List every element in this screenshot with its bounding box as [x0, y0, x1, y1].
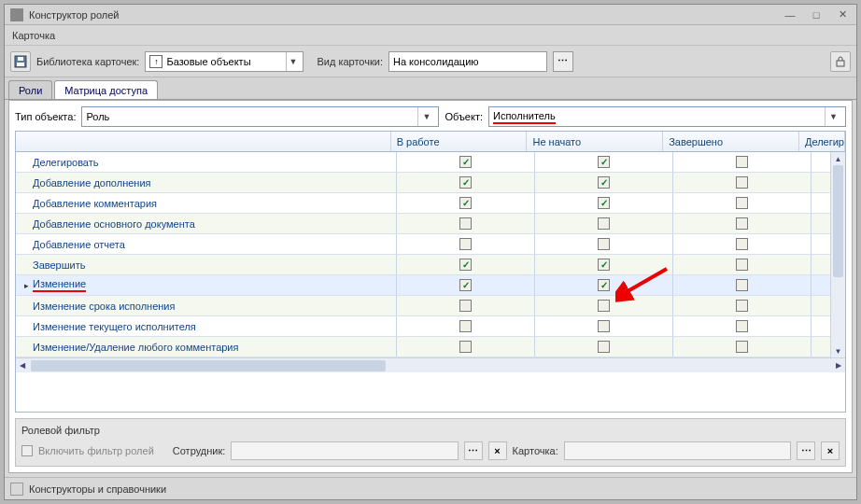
perm-checkbox[interactable] — [736, 279, 748, 291]
table-row[interactable]: Добавление основного документа — [16, 214, 830, 234]
table-row[interactable]: Добавление отчета — [16, 234, 830, 255]
perm-cell — [397, 234, 535, 254]
perm-checkbox[interactable] — [459, 300, 472, 312]
chevron-down-icon[interactable]: ▼ — [286, 52, 299, 71]
perm-cell — [673, 255, 812, 274]
perm-checkbox[interactable] — [736, 320, 748, 332]
perm-cell — [673, 337, 812, 357]
row-pointer-icon: ▸ — [20, 281, 33, 290]
row-name: Изменение срока исполнения — [33, 301, 175, 312]
perm-checkbox[interactable] — [736, 238, 748, 250]
perm-checkbox[interactable] — [598, 300, 610, 312]
minimize-button[interactable]: ― — [782, 8, 798, 21]
library-icon: ↑ — [149, 55, 162, 68]
tab-roles[interactable]: Роли — [8, 80, 52, 99]
perm-checkbox[interactable] — [598, 176, 610, 189]
perm-cell — [535, 275, 673, 295]
row-name-cell: ▸Изменение — [16, 275, 397, 295]
perm-cell — [535, 214, 673, 233]
col-notstarted[interactable]: Не начато — [527, 132, 663, 151]
statusbar-text[interactable]: Конструкторы и справочники — [29, 483, 166, 495]
perm-checkbox[interactable] — [459, 156, 472, 168]
hscroll-thumb[interactable] — [31, 360, 386, 371]
employee-clear-button[interactable]: × — [488, 441, 507, 460]
enable-filter-label: Включить фильтр ролей — [38, 445, 154, 456]
table-row[interactable]: Делегировать — [16, 152, 830, 173]
scroll-right-icon[interactable]: ▶ — [832, 359, 845, 372]
maximize-button[interactable]: □ — [808, 8, 825, 21]
card-clear-button[interactable]: × — [821, 441, 840, 460]
scroll-left-icon[interactable]: ◀ — [16, 359, 29, 372]
perm-checkbox[interactable] — [598, 341, 610, 353]
objtype-label: Тип объекта: — [15, 111, 76, 122]
object-combo[interactable]: Исполнитель ▼ — [488, 106, 846, 127]
table-row[interactable]: Изменение текущего исполнителя — [16, 316, 830, 337]
table-row[interactable]: Изменение/Удаление любого комментария — [16, 337, 830, 357]
perm-cell — [673, 152, 812, 172]
row-name: Изменение — [33, 278, 86, 292]
perm-checkbox[interactable] — [598, 197, 610, 209]
chevron-down-icon[interactable]: ▼ — [417, 107, 434, 126]
horizontal-scrollbar[interactable]: ◀ ▶ — [16, 357, 845, 372]
employee-input[interactable] — [231, 441, 458, 460]
perm-checkbox[interactable] — [736, 197, 748, 209]
save-icon[interactable] — [10, 51, 31, 72]
perm-checkbox[interactable] — [459, 238, 472, 250]
row-name: Завершить — [33, 259, 85, 271]
perm-cell — [673, 214, 812, 233]
row-name-cell: Добавление основного документа — [16, 214, 397, 233]
scroll-thumb[interactable] — [833, 165, 843, 277]
table-row[interactable]: Изменение срока исполнения — [16, 296, 830, 316]
card-input[interactable] — [564, 441, 791, 460]
perm-checkbox[interactable] — [459, 279, 472, 291]
scroll-down-icon[interactable]: ▼ — [831, 344, 845, 357]
perm-cell — [397, 296, 535, 315]
perm-checkbox[interactable] — [459, 217, 472, 230]
enable-filter-checkbox[interactable] — [21, 445, 33, 456]
perm-cell — [535, 255, 673, 274]
table-row[interactable]: ▸Изменение — [16, 275, 830, 296]
vertical-scrollbar[interactable]: ▲ ▼ — [830, 152, 845, 357]
perm-checkbox[interactable] — [736, 300, 748, 312]
perm-checkbox[interactable] — [736, 156, 748, 168]
perm-checkbox[interactable] — [459, 176, 472, 189]
role-filter-panel: Ролевой фильтр Включить фильтр ролей Сот… — [15, 418, 846, 467]
card-browse-button[interactable]: ⋯ — [797, 441, 815, 460]
perm-checkbox[interactable] — [459, 320, 472, 332]
col-inprogress[interactable]: В работе — [391, 132, 528, 151]
table-row[interactable]: Добавление комментария — [16, 193, 830, 214]
col-delegated[interactable]: Делегир — [799, 132, 845, 151]
lock-icon[interactable] — [830, 51, 851, 72]
cardtype-browse-button[interactable]: ⋯ — [553, 51, 573, 72]
perm-checkbox[interactable] — [736, 217, 748, 230]
perm-checkbox[interactable] — [598, 279, 610, 291]
close-button[interactable]: ✕ — [834, 8, 851, 21]
objtype-combo[interactable]: Роль ▼ — [81, 106, 439, 127]
employee-browse-button[interactable]: ⋯ — [464, 441, 483, 460]
perm-checkbox[interactable] — [459, 341, 472, 353]
perm-checkbox[interactable] — [598, 156, 610, 168]
col-completed[interactable]: Завершено — [663, 132, 799, 151]
perm-checkbox[interactable] — [598, 238, 610, 250]
perm-checkbox[interactable] — [459, 259, 472, 271]
perm-checkbox[interactable] — [736, 176, 748, 189]
statusbar: Конструкторы и справочники — [5, 477, 856, 499]
window-title: Конструктор ролей — [29, 9, 782, 21]
col-action — [16, 132, 391, 151]
menu-card[interactable]: Карточка — [12, 30, 55, 41]
library-combo[interactable]: ↑ Базовые объекты ▼ — [145, 51, 303, 72]
chevron-down-icon[interactable]: ▼ — [825, 107, 841, 126]
perm-checkbox[interactable] — [459, 197, 472, 209]
tab-matrix[interactable]: Матрица доступа — [54, 80, 158, 99]
titlebar: Конструктор ролей ― □ ✕ — [5, 5, 856, 25]
perm-checkbox[interactable] — [598, 259, 610, 271]
perm-checkbox[interactable] — [736, 259, 748, 271]
perm-checkbox[interactable] — [736, 341, 748, 353]
table-row[interactable]: Завершить — [16, 255, 830, 275]
scroll-up-icon[interactable]: ▲ — [831, 152, 845, 165]
perm-checkbox[interactable] — [598, 320, 610, 332]
perm-checkbox[interactable] — [598, 217, 610, 230]
perm-cell — [397, 214, 535, 233]
table-row[interactable]: Добавление дополнения — [16, 173, 830, 193]
cardtype-combo[interactable]: На консолидацию — [388, 51, 547, 72]
